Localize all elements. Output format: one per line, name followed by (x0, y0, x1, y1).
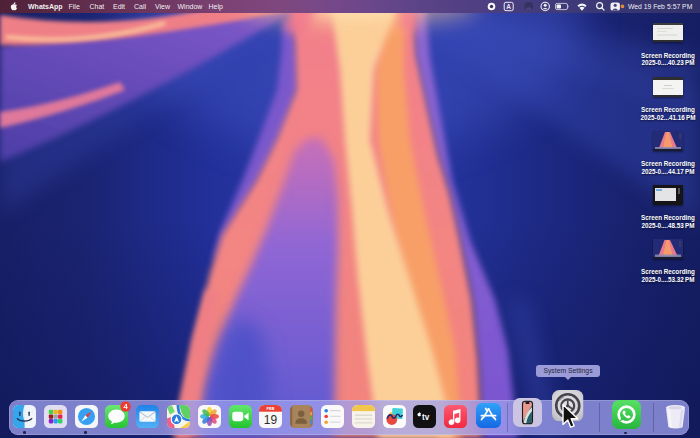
svg-text:19: 19 (264, 413, 278, 427)
svg-text:FEB: FEB (267, 406, 275, 411)
svg-text:tv: tv (422, 412, 430, 421)
svg-text:A: A (506, 3, 511, 10)
